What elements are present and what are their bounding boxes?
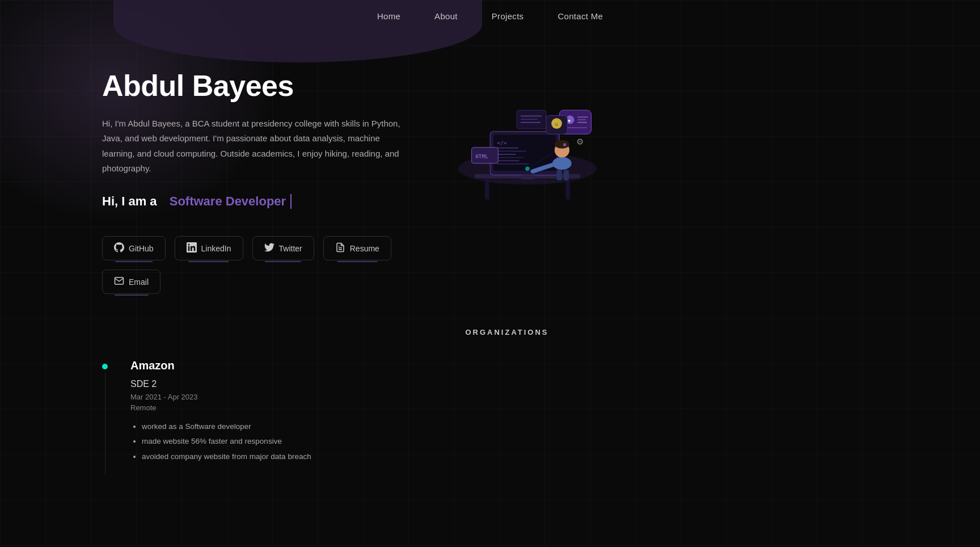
org-bullet-3: avoided company website from major data … (142, 451, 912, 462)
timeline-dot (102, 364, 108, 369)
svg-point-41 (563, 143, 567, 146)
tagline: Hi, I am a Software Developer (102, 194, 408, 209)
cursor-blink (290, 194, 292, 209)
linkedin-icon (187, 242, 197, 254)
twitter-icon (264, 242, 274, 254)
twitter-underline (265, 261, 301, 262)
svg-rect-23 (564, 170, 569, 180)
svg-rect-13 (497, 154, 516, 155)
svg-point-40 (525, 167, 530, 171)
twitter-label: Twitter (279, 244, 302, 253)
svg-rect-37 (521, 116, 542, 117)
organizations-section: ORGANIZATIONS Amazon SDE 2 Mar 2021 - Ap… (0, 317, 980, 498)
linkedin-button[interactable]: LinkedIn (175, 236, 243, 260)
svg-rect-22 (557, 170, 562, 180)
svg-rect-9 (516, 179, 539, 182)
linkedin-underline (188, 261, 229, 262)
svg-rect-29 (577, 122, 587, 123)
org-role: SDE 2 (130, 379, 912, 389)
hero-bio: Hi, I'm Abdul Bayees, a BCA student at p… (102, 116, 408, 176)
email-underline (114, 294, 149, 296)
org-location: Remote (130, 403, 912, 412)
organizations-title: ORGANIZATIONS (102, 328, 912, 336)
svg-rect-28 (577, 119, 586, 120)
svg-rect-4 (485, 178, 489, 200)
email-label: Email (129, 277, 149, 287)
social-links: GitHub LinkedIn Twitter (102, 236, 408, 294)
resume-label: Resume (350, 244, 379, 253)
nav-contact[interactable]: Contact Me (557, 11, 603, 21)
github-icon (114, 242, 124, 254)
svg-text:☺: ☺ (554, 121, 559, 127)
tagline-prefix: Hi, I am a (102, 194, 157, 209)
twitter-button[interactable]: Twitter (252, 236, 314, 260)
svg-rect-12 (497, 150, 527, 152)
org-bullet-1: worked as a Software developer (142, 421, 912, 432)
main-content: Abdul Bayees Hi, I'm Abdul Bayees, a BCA… (0, 35, 980, 317)
hero-image: </> HTML (431, 57, 624, 216)
org-bullet-2: made website 56% faster and responsive (142, 436, 912, 447)
org-name: Amazon (130, 359, 912, 372)
timeline-line (102, 359, 108, 475)
svg-rect-16 (497, 163, 529, 165)
github-label: GitHub (129, 244, 154, 253)
svg-point-21 (555, 140, 569, 149)
hero-name: Abdul Bayees (102, 69, 408, 103)
svg-text:⚙: ⚙ (576, 137, 584, 146)
svg-rect-30 (566, 127, 588, 128)
svg-rect-15 (497, 160, 519, 161)
svg-rect-27 (577, 116, 588, 117)
svg-text:♥: ♥ (568, 118, 571, 124)
nav-about[interactable]: About (434, 11, 458, 21)
email-icon (114, 276, 124, 288)
org-dates: Mar 2021 - Apr 2023 (130, 393, 912, 401)
org-details: Amazon SDE 2 Mar 2021 - Apr 2023 Remote … (130, 359, 912, 466)
timeline-vertical-line (105, 373, 105, 475)
svg-rect-11 (497, 148, 519, 149)
resume-icon (335, 242, 345, 254)
github-button[interactable]: GitHub (102, 236, 166, 260)
svg-rect-14 (497, 157, 524, 158)
navbar: Home About Projects Contact Me (0, 0, 980, 35)
svg-rect-5 (566, 178, 571, 200)
svg-text:</>: </> (497, 140, 507, 146)
resume-button[interactable]: Resume (323, 236, 391, 260)
resume-underline (337, 261, 377, 262)
tagline-role: Software Developer (170, 194, 286, 209)
email-button[interactable]: Email (102, 270, 160, 294)
svg-rect-38 (521, 119, 538, 120)
dev-illustration-svg: </> HTML (442, 57, 612, 216)
svg-rect-39 (521, 122, 541, 123)
org-timeline: Amazon SDE 2 Mar 2021 - Apr 2023 Remote … (102, 359, 912, 475)
nav-projects[interactable]: Projects (492, 11, 524, 21)
svg-text:HTML: HTML (475, 153, 488, 159)
org-bullets: worked as a Software developer made webs… (130, 421, 912, 462)
github-underline (115, 261, 153, 262)
nav-home[interactable]: Home (377, 11, 400, 21)
hero-section: Abdul Bayees Hi, I'm Abdul Bayees, a BCA… (102, 69, 408, 294)
linkedin-label: LinkedIn (201, 244, 231, 253)
